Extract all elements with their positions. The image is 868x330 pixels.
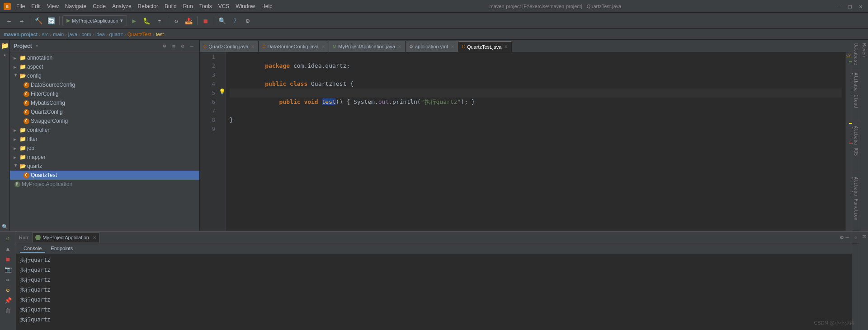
maven-tab[interactable]: Maven xyxy=(860,40,868,60)
menu-navigate[interactable]: Navigate xyxy=(62,2,89,10)
tree-item-datasourceconfig[interactable]: C DataSourceConfig xyxy=(10,80,199,89)
tree-item-config[interactable]: ▶ 📂 config xyxy=(10,71,199,80)
panel-collapse-button[interactable]: ≡ xyxy=(170,42,178,50)
lightbulb-icon[interactable]: 💡 xyxy=(219,88,226,95)
menu-build[interactable]: Build xyxy=(162,2,179,10)
minimize-button[interactable]: — xyxy=(835,3,843,10)
menu-code[interactable]: Code xyxy=(90,2,108,10)
run-config-selector[interactable]: ▶ MyProjectApplication ▾ xyxy=(62,15,127,26)
help-button[interactable]: ? xyxy=(230,15,241,26)
project-panel: Project ▾ ⊕ ≡ ⚙ — ▶ 📁 annotation ▶ 📁 asp… xyxy=(10,40,200,231)
breadcrumb-main[interactable]: main xyxy=(53,32,64,37)
stop-button[interactable]: ■ xyxy=(200,15,211,26)
tree-item-myprojectapp[interactable]: M MyProjectApplication xyxy=(10,180,199,189)
update-button[interactable]: ↻ xyxy=(171,15,182,26)
tree-item-mapper[interactable]: ▶ 📁 mapper xyxy=(10,153,199,162)
alibaba-function-tab[interactable]: Alibaba Function Compute xyxy=(852,173,860,231)
debug-button[interactable]: 🐛 xyxy=(142,15,152,26)
menu-help[interactable]: Help xyxy=(259,2,275,10)
alibaba-cloud-tab[interactable]: Alibaba Cloud Explorer xyxy=(852,69,860,122)
menu-vcs[interactable]: VCS xyxy=(216,2,232,10)
stop-button[interactable]: ■ xyxy=(4,254,13,263)
breadcrumb-project[interactable]: maven-project xyxy=(4,32,38,37)
tab-close-datasourceconfig[interactable]: ✕ xyxy=(321,44,325,49)
code-editor[interactable]: 1 2 3 4 5 6 7 8 9 💡 package com.idea.qua… xyxy=(200,52,852,231)
build-button[interactable]: 🔨 xyxy=(33,15,44,26)
tab-close-myprojectapp[interactable]: ✕ xyxy=(398,44,401,49)
tab-close-quartztest[interactable]: ✕ xyxy=(504,44,508,49)
tab-close-applicationyml[interactable]: ✕ xyxy=(451,44,454,49)
breadcrumb-idea[interactable]: idea xyxy=(95,32,105,37)
tab-datasourceconfig[interactable]: C DataSourceConfig.java ✕ xyxy=(259,41,329,52)
database-tab[interactable]: Database xyxy=(852,40,860,69)
tab-quartzconfig[interactable]: C QuartzConfig.java ✕ xyxy=(200,41,259,52)
folder-mapper-icon: 📁 xyxy=(19,153,26,161)
panel-locate-button[interactable]: ⊕ xyxy=(160,42,169,50)
wrap-button[interactable]: ⇔ xyxy=(4,275,13,284)
maximize-button[interactable]: ❐ xyxy=(846,3,854,10)
tree-item-quartzconfig[interactable]: C QuartzConfig xyxy=(10,107,199,116)
menu-view[interactable]: View xyxy=(44,2,61,10)
tree-item-job[interactable]: ▶ 📁 job xyxy=(10,144,199,153)
tree-item-quartz[interactable]: ▶ 📂 quartz xyxy=(10,162,199,171)
project-view-icon[interactable]: 📁 xyxy=(1,42,9,50)
tab-label-datasourceconfig: DataSourceConfig.java xyxy=(268,44,319,49)
panel-close-button[interactable]: — xyxy=(188,42,196,50)
console-tab-endpoints[interactable]: Endpoints xyxy=(47,245,76,253)
breadcrumb-java[interactable]: java xyxy=(68,32,77,37)
favorites-icon[interactable]: ★ xyxy=(1,51,9,59)
breadcrumb-src[interactable]: src xyxy=(42,32,49,37)
breadcrumb-method[interactable]: test xyxy=(156,32,164,37)
run-tab-myprojectapp[interactable]: MyProjectApplication ✕ xyxy=(32,232,99,242)
panel-options-button[interactable]: ⚙ xyxy=(179,42,187,50)
console-tab-console[interactable]: Console xyxy=(20,245,45,253)
alibaba-ros-tab[interactable]: Alibaba ROS Templates xyxy=(852,122,860,173)
forward-button[interactable]: → xyxy=(16,15,27,26)
close-button[interactable]: ✕ xyxy=(857,3,864,10)
tree-item-filter[interactable]: ▶ 📁 filter xyxy=(10,135,199,144)
menu-run[interactable]: Run xyxy=(180,2,196,10)
rerun-button[interactable]: ↺ xyxy=(4,233,13,242)
menu-analyze[interactable]: Analyze xyxy=(109,2,134,10)
bottom-gear-icon[interactable]: ⚙ xyxy=(840,234,844,241)
bottom-minimize-icon[interactable]: — xyxy=(845,234,849,241)
menu-file[interactable]: File xyxy=(14,2,28,10)
pin-button[interactable]: 📌 xyxy=(4,296,13,305)
settings-run-button[interactable]: ⚙ xyxy=(4,285,13,294)
tree-item-aspect[interactable]: ▶ 📁 aspect xyxy=(10,62,199,71)
run-tab-close[interactable]: ✕ xyxy=(93,235,96,240)
right-gutter: ⚠2 xyxy=(845,52,852,231)
find-icon[interactable]: 🔍 xyxy=(1,223,9,231)
bottom-alibaba-tab[interactable]: ⚙ xyxy=(852,232,859,244)
coverage-button[interactable]: ☂ xyxy=(154,15,165,26)
menu-edit[interactable]: Edit xyxy=(28,2,43,10)
deploy-button[interactable]: 📤 xyxy=(184,15,194,26)
menu-refactor[interactable]: Refactor xyxy=(135,2,161,10)
tab-close-quartzconfig[interactable]: ✕ xyxy=(251,44,255,49)
bottom-maven-tab[interactable]: M xyxy=(860,232,868,241)
tree-item-filterconfig[interactable]: C FilterConfig xyxy=(10,89,199,98)
menu-tools[interactable]: Tools xyxy=(197,2,215,10)
tree-item-annotation[interactable]: ▶ 📁 annotation xyxy=(10,53,199,62)
tree-item-mybatisconfig[interactable]: C MybatisConfig xyxy=(10,98,199,107)
breadcrumb-class[interactable]: QuartzTest xyxy=(127,32,151,37)
settings-button[interactable]: ⚙ xyxy=(242,15,253,26)
back-button[interactable]: ← xyxy=(4,15,14,26)
code-content[interactable]: package com.idea.quartz; public class Qu… xyxy=(226,52,845,231)
trash-button[interactable]: 🗑 xyxy=(4,306,13,315)
menu-window[interactable]: Window xyxy=(233,2,258,10)
run-button[interactable]: ▶ xyxy=(129,15,140,26)
sync-button[interactable]: 🔄 xyxy=(46,15,57,26)
tab-applicationyml[interactable]: ⚙ application.yml ✕ xyxy=(406,41,458,52)
tree-item-controller[interactable]: ▶ 📁 controller xyxy=(10,125,199,135)
breadcrumb-quartz[interactable]: quartz xyxy=(109,32,123,37)
tree-item-swaggerconfig[interactable]: C SwaggerConfig xyxy=(10,116,199,125)
breadcrumb-com[interactable]: com xyxy=(82,32,91,37)
camera-button[interactable]: 📷 xyxy=(4,265,13,274)
search-button[interactable]: 🔍 xyxy=(217,15,228,26)
scroll-up-button[interactable]: ▲ xyxy=(4,244,13,253)
tab-myprojectapp[interactable]: M MyProjectApplication.java ✕ xyxy=(329,41,406,52)
tree-item-quartztest[interactable]: C QuartzTest xyxy=(10,171,199,180)
project-dropdown-icon[interactable]: ▾ xyxy=(36,43,38,48)
tab-quartztest[interactable]: C QuartzTest.java ✕ xyxy=(458,41,512,52)
